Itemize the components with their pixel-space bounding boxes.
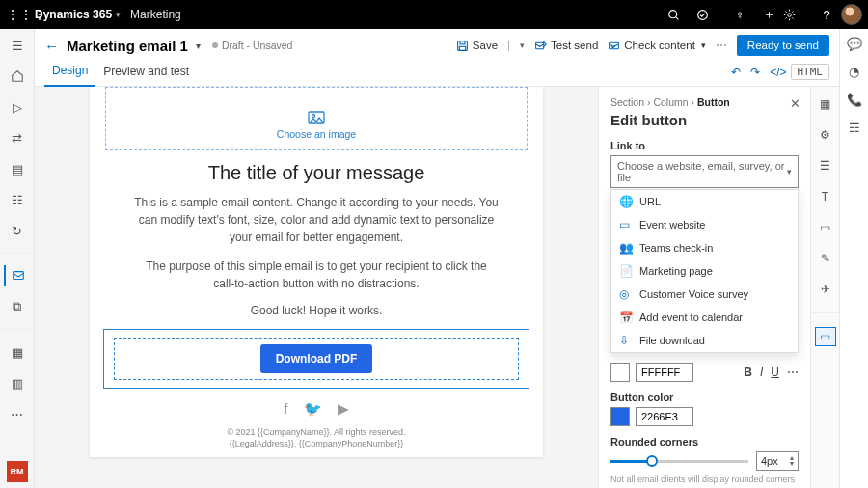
button-tool-icon[interactable]: ▭ bbox=[815, 327, 836, 346]
global-topbar: ⋮⋮⋮ Dynamics 365 ▾ Marketing ♀ ＋ ? bbox=[0, 0, 868, 29]
rounded-label: Rounded corners bbox=[610, 436, 799, 447]
rocket-icon[interactable]: ✈ bbox=[815, 280, 836, 299]
journey-icon[interactable]: ⇄ bbox=[4, 127, 31, 149]
user-avatar[interactable] bbox=[841, 4, 862, 25]
undo-button[interactable]: ↶ bbox=[731, 66, 741, 79]
tab-preview[interactable]: Preview and test bbox=[95, 59, 197, 86]
edit-button-panel: ✕ Section › Column › Button Edit button … bbox=[598, 87, 810, 488]
format-overflow-icon[interactable]: ⋯ bbox=[787, 366, 799, 379]
play-icon[interactable]: ▷ bbox=[4, 96, 31, 118]
video-tool-icon[interactable]: ✎ bbox=[815, 249, 836, 268]
opt-file-download[interactable]: ⇩File download bbox=[611, 329, 798, 352]
lightbulb-icon[interactable]: ♀ bbox=[725, 8, 754, 22]
svg-rect-6 bbox=[460, 41, 465, 43]
calendar-icon: 📅 bbox=[619, 311, 633, 324]
button-color-swatch[interactable] bbox=[610, 407, 630, 426]
styles-icon[interactable]: ☰ bbox=[815, 156, 836, 176]
test-send-button[interactable]: Test send bbox=[534, 40, 598, 52]
opt-marketing-page[interactable]: 📄Marketing page bbox=[611, 259, 798, 283]
email-body-3[interactable]: Good luck! Hope it works. bbox=[138, 304, 495, 317]
save-button[interactable]: Save bbox=[456, 40, 498, 52]
add-icon[interactable]: ＋ bbox=[754, 6, 783, 23]
more-nav-icon[interactable]: ⋯ bbox=[4, 403, 31, 424]
redo-button[interactable]: ↷ bbox=[750, 66, 760, 79]
linkto-select[interactable]: Choose a website, email, survey, or file… bbox=[610, 155, 799, 188]
svg-rect-8 bbox=[536, 42, 544, 49]
opt-customer-voice[interactable]: ◎Customer Voice survey bbox=[611, 283, 798, 306]
library-icon[interactable]: ▥ bbox=[4, 372, 31, 393]
menu-icon[interactable]: ☰ bbox=[4, 35, 31, 56]
svg-line-1 bbox=[676, 16, 678, 18]
opt-add-event-calendar[interactable]: 📅Add event to calendar bbox=[611, 306, 798, 329]
bold-button[interactable]: B bbox=[744, 366, 752, 379]
twitter-icon[interactable]: 🐦 bbox=[304, 400, 322, 417]
module-name[interactable]: Marketing bbox=[130, 8, 181, 21]
text-tool-icon[interactable]: T bbox=[815, 187, 836, 206]
email-body-1[interactable]: This is a sample email content. Change i… bbox=[128, 194, 504, 246]
sections-icon[interactable]: ⚙ bbox=[815, 125, 836, 145]
chat-icon[interactable]: 💬 bbox=[847, 37, 862, 51]
rounded-slider[interactable] bbox=[610, 460, 748, 463]
search-icon[interactable] bbox=[667, 9, 696, 21]
segment-icon[interactable]: ▤ bbox=[4, 158, 31, 179]
app-launcher-icon[interactable]: ⋮⋮⋮ bbox=[6, 7, 31, 22]
svg-point-11 bbox=[312, 115, 315, 118]
tasks-icon[interactable]: ☶ bbox=[849, 121, 860, 135]
italic-button[interactable]: I bbox=[760, 366, 763, 379]
email-body-2[interactable]: The purpose of this simple email is to g… bbox=[138, 258, 495, 292]
opt-event-website[interactable]: ▭Event website bbox=[611, 213, 798, 236]
image-placeholder[interactable]: Choose an image bbox=[105, 87, 528, 150]
check-content-button[interactable]: Check content▾ bbox=[608, 40, 706, 52]
phone-icon[interactable]: 📞 bbox=[847, 93, 862, 107]
button-color-input[interactable] bbox=[636, 407, 693, 426]
text-color-swatch[interactable] bbox=[610, 363, 630, 382]
help-icon[interactable]: ? bbox=[812, 8, 841, 22]
elements-icon[interactable]: ▦ bbox=[815, 95, 836, 114]
facebook-icon[interactable]: f bbox=[284, 400, 287, 417]
app-side-panel: 💬 ◔ 📞 ☶ bbox=[839, 29, 868, 488]
page-title: Marketing email 1 bbox=[67, 38, 188, 54]
email-footer[interactable]: © 2021 {{CompanyName}}. All rights reser… bbox=[90, 427, 543, 449]
rounded-input[interactable]: 4px▴▾ bbox=[756, 451, 799, 471]
linkto-label: Link to bbox=[610, 140, 799, 151]
assistant-icon[interactable]: ◔ bbox=[849, 65, 859, 79]
home-icon[interactable] bbox=[4, 66, 31, 87]
save-split-chevron-icon[interactable]: ▾ bbox=[520, 41, 525, 50]
template-icon[interactable]: ▦ bbox=[4, 341, 31, 363]
ready-to-send-button[interactable]: Ready to send bbox=[737, 35, 829, 56]
user-badge[interactable]: RM bbox=[7, 461, 28, 482]
underline-button[interactable]: U bbox=[771, 366, 779, 379]
email-canvas-wrap: Choose an image The title of your messag… bbox=[35, 87, 598, 488]
panel-heading: Edit button bbox=[610, 112, 799, 128]
html-toggle[interactable]: </>HTML bbox=[770, 64, 829, 80]
opt-url[interactable]: 🌐URL bbox=[611, 190, 798, 213]
title-chevron-icon[interactable]: ▾ bbox=[196, 41, 201, 51]
form-icon[interactable]: ⧉ bbox=[4, 296, 31, 317]
btncolor-label: Button color bbox=[610, 392, 799, 403]
panel-close-icon[interactable]: ✕ bbox=[790, 96, 800, 111]
overflow-icon[interactable]: ⋯ bbox=[716, 39, 727, 52]
download-pdf-button[interactable]: Download PDF bbox=[260, 344, 373, 373]
teams-icon: 👥 bbox=[619, 241, 633, 255]
email-title[interactable]: The title of your message bbox=[109, 162, 524, 184]
text-color-input[interactable] bbox=[636, 363, 693, 382]
svg-rect-7 bbox=[459, 46, 466, 50]
linkto-dropdown: 🌐URL ▭Event website 👥Teams check-in 📄Mar… bbox=[610, 189, 799, 353]
email-canvas[interactable]: Choose an image The title of your messag… bbox=[90, 87, 543, 457]
settings-icon[interactable] bbox=[783, 9, 812, 21]
history-icon[interactable]: ↻ bbox=[4, 220, 31, 241]
analytics-icon[interactable]: ☷ bbox=[4, 189, 31, 210]
youtube-icon[interactable]: ▶ bbox=[338, 400, 349, 417]
task-icon[interactable] bbox=[696, 9, 725, 21]
brand-name: Dynamics 365 bbox=[35, 8, 112, 21]
button-block-selected[interactable]: Download PDF bbox=[103, 329, 529, 389]
chevron-down-icon[interactable]: ▾ bbox=[116, 10, 121, 19]
svg-rect-4 bbox=[13, 272, 23, 280]
tab-design[interactable]: Design bbox=[44, 58, 95, 87]
svg-point-2 bbox=[698, 10, 708, 19]
email-nav-icon[interactable] bbox=[4, 265, 31, 286]
back-button[interactable]: ← bbox=[44, 38, 59, 54]
opt-teams-checkin[interactable]: 👥Teams check-in bbox=[611, 236, 798, 259]
image-tool-icon[interactable]: ▭ bbox=[815, 218, 836, 237]
panel-breadcrumb[interactable]: Section › Column › Button bbox=[610, 96, 799, 108]
